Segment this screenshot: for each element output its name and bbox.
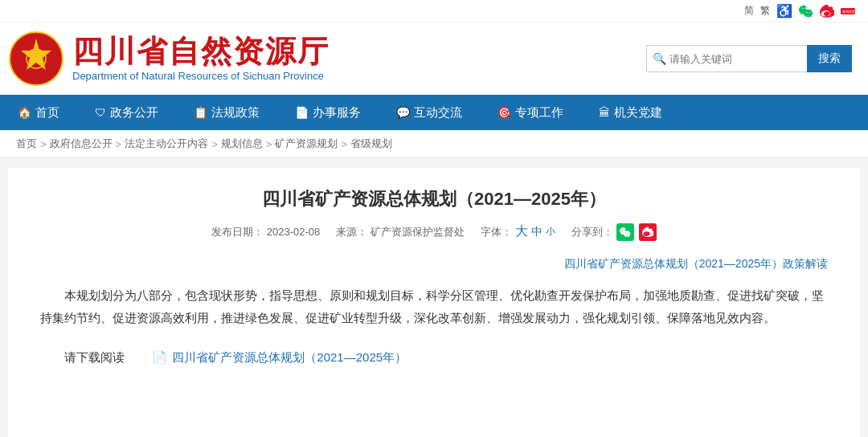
source-value: 矿产资源保护监督处	[371, 225, 465, 239]
simplified-link[interactable]: 简	[744, 4, 754, 18]
logo-text: 四川省自然资源厅 Department of Natural Resources…	[72, 35, 330, 83]
search-area: 🔍 搜索	[646, 45, 852, 72]
wechat-top-icon[interactable]	[799, 4, 813, 18]
main-content: 四川省矿产资源总体规划（2021—2025年） 发布日期： 2023-02-08…	[8, 168, 860, 437]
nav-service[interactable]: 📄 办事服务	[277, 95, 379, 130]
home-icon: 🏠	[18, 106, 31, 119]
breadcrumb-mineral-plan[interactable]: 矿产资源规划	[275, 137, 338, 151]
publish-date-label: 发布日期：	[211, 225, 264, 239]
font-small-btn[interactable]: 小	[546, 225, 555, 239]
breadcrumb-province-plan[interactable]: 省级规划	[350, 137, 392, 151]
site-header: 四川省自然资源厅 Department of Natural Resources…	[0, 22, 868, 95]
svg-text:微博联盟: 微博联盟	[842, 9, 855, 13]
nav-home-label: 首页	[35, 105, 59, 120]
chat-icon: 💬	[396, 106, 410, 119]
weibo-top-icon[interactable]	[820, 4, 834, 18]
site-emblem	[8, 31, 64, 87]
nav-party-label: 机关党建	[614, 105, 662, 120]
share-weibo-icon[interactable]	[639, 223, 657, 241]
font-large-btn[interactable]: 大	[515, 223, 528, 240]
search-icon: 🔍	[653, 52, 666, 65]
nav-service-label: 办事服务	[313, 105, 361, 120]
share-wechat-icon[interactable]	[616, 223, 634, 241]
breadcrumb-plan-info[interactable]: 规划信息	[221, 137, 263, 151]
share-label: 分享到：	[571, 225, 613, 239]
breadcrumb-sep-4: >	[266, 138, 272, 150]
nav-laws[interactable]: 📋 法规政策	[176, 95, 277, 130]
building-icon: 🏛	[599, 106, 610, 119]
font-mid-btn[interactable]: 中	[531, 225, 542, 239]
service-icon: 📄	[295, 106, 309, 119]
breadcrumb-sep-2: >	[116, 138, 122, 150]
article-body: 本规划划分为八部分，包含现状形势，指导思想、原则和规划目标，科学分区管理、优化勘…	[40, 284, 828, 330]
doc-icon: 📋	[194, 106, 207, 119]
site-subtitle: Department of Natural Resources of Sichu…	[72, 70, 330, 82]
search-input[interactable]	[646, 45, 807, 72]
share-icons	[616, 223, 657, 241]
policy-link-bar: 四川省矿产资源总体规划（2021—2025年）政策解读	[40, 257, 828, 272]
nav-politics[interactable]: 🛡 政务公开	[77, 95, 176, 130]
publish-date-value: 2023-02-08	[267, 226, 321, 238]
main-nav: 🏠 首页 🛡 政务公开 📋 法规政策 📄 办事服务 💬 互动交流 🎯 专项工作 …	[0, 95, 868, 130]
alliance-icon[interactable]: 微博联盟	[841, 4, 855, 18]
nav-interaction[interactable]: 💬 互动交流	[379, 95, 480, 130]
accessibility-icon[interactable]: ♿	[776, 3, 792, 18]
breadcrumb-sep-3: >	[211, 138, 218, 150]
site-title: 四川省自然资源厅	[72, 35, 330, 69]
source: 来源： 矿产资源保护监督处	[336, 225, 465, 239]
download-prefix: 请下载阅读	[64, 350, 125, 364]
nav-home[interactable]: 🏠 首页	[0, 95, 77, 130]
top-utility-bar: 简 繁 ♿ 微博联盟	[0, 0, 868, 22]
breadcrumb-home[interactable]: 首页	[16, 137, 37, 151]
target-icon: 🎯	[497, 106, 511, 119]
nav-laws-label: 法规政策	[211, 105, 260, 120]
nav-special-label: 专项工作	[515, 105, 563, 120]
download-link[interactable]: 四川省矿产资源总体规划（2021—2025年）	[172, 350, 407, 364]
nav-party[interactable]: 🏛 机关党建	[581, 95, 680, 130]
article-meta: 发布日期： 2023-02-08 来源： 矿产资源保护监督处 字体： 大 中 小…	[40, 223, 828, 241]
shield-icon: 🛡	[95, 106, 106, 119]
font-size-control: 字体： 大 中 小	[481, 223, 555, 240]
breadcrumb-sep-1: >	[40, 138, 47, 150]
policy-link[interactable]: 四川省矿产资源总体规划（2021—2025年）政策解读	[564, 257, 828, 270]
nav-politics-label: 政务公开	[110, 105, 158, 120]
font-label: 字体：	[481, 225, 512, 239]
nav-special[interactable]: 🎯 专项工作	[480, 95, 581, 130]
breadcrumb-gov-info[interactable]: 政府信息公开	[50, 137, 113, 151]
source-label: 来源：	[336, 225, 367, 239]
traditional-link[interactable]: 繁	[760, 4, 770, 18]
nav-interaction-label: 互动交流	[414, 105, 462, 120]
breadcrumb-mandatory[interactable]: 法定主动公开内容	[125, 137, 208, 151]
publish-date: 发布日期： 2023-02-08	[211, 225, 321, 239]
logo-area: 四川省自然资源厅 Department of Natural Resources…	[8, 31, 330, 87]
share-area: 分享到：	[571, 223, 657, 241]
download-section: 请下载阅读 📄 四川省矿产资源总体规划（2021—2025年）	[40, 346, 828, 370]
article-title: 四川省矿产资源总体规划（2021—2025年）	[40, 187, 828, 212]
breadcrumb: 首页 > 政府信息公开 > 法定主动公开内容 > 规划信息 > 矿产资源规划 >…	[0, 130, 868, 158]
breadcrumb-sep-5: >	[341, 138, 347, 150]
search-button[interactable]: 搜索	[807, 45, 852, 72]
download-file-icon: 📄	[128, 346, 167, 370]
